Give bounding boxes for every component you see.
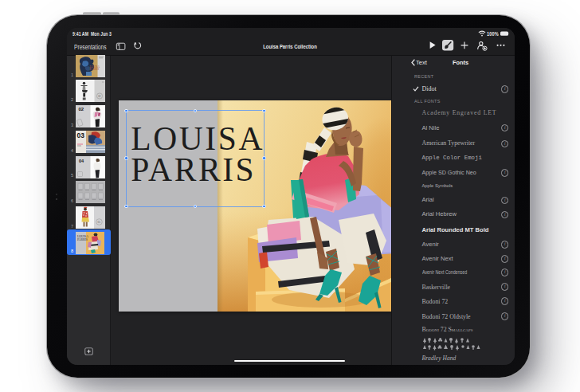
- svg-text:PARRIS: PARRIS: [90, 67, 100, 70]
- svg-text:05: 05: [98, 221, 101, 224]
- svg-text:02: 02: [98, 95, 101, 98]
- svg-text:02: 02: [79, 107, 84, 112]
- svg-text:04: 04: [79, 159, 84, 163]
- svg-text:03: 03: [77, 131, 85, 139]
- svg-text:PARRIS: PARRIS: [77, 238, 88, 241]
